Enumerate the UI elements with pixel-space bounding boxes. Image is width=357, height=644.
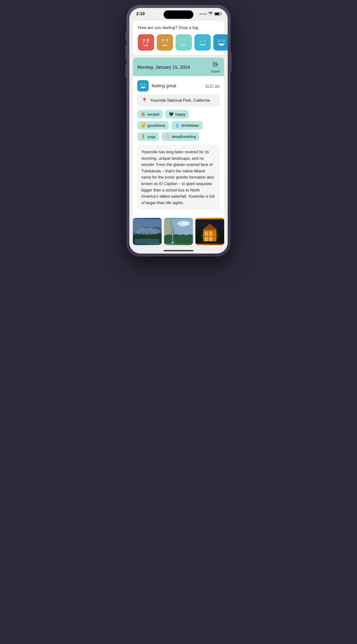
mood-selector-card: How are you feeling? Drop a log. <box>133 21 224 55</box>
svg-point-33 <box>141 84 142 85</box>
status-time: 2:10 <box>136 12 145 16</box>
svg-point-13 <box>181 41 182 42</box>
location-box: 📍 Yosemite National Park, California <box>137 94 220 106</box>
signal-dots <box>200 14 207 15</box>
svg-rect-21 <box>215 36 227 48</box>
volume-down-button[interactable] <box>125 63 126 78</box>
location-pin-icon: 📍 <box>141 98 147 104</box>
wifi-icon <box>208 12 213 16</box>
terrible-face-icon <box>140 36 152 48</box>
tag-deepbreathing-label: deepBreathing <box>172 134 196 139</box>
svg-point-34 <box>144 84 145 85</box>
power-button[interactable] <box>231 52 232 72</box>
svg-point-38 <box>171 242 175 243</box>
photo-1[interactable] <box>133 218 162 245</box>
volume-up-button[interactable] <box>125 45 126 60</box>
battery-icon <box>214 12 221 16</box>
svg-point-8 <box>162 41 163 42</box>
svg-point-20 <box>204 40 205 42</box>
location-text: Yosemite National Park, California <box>150 98 210 103</box>
signal-dot-2 <box>202 14 203 15</box>
svg-point-19 <box>200 40 201 42</box>
svg-point-14 <box>185 41 186 42</box>
tag-drinkwater-label: drinkWater <box>181 123 199 128</box>
export-button[interactable]: Export <box>211 62 220 73</box>
log-mood-row: feeling great <box>137 80 176 92</box>
yoga-icon: 🧘 <box>141 134 146 139</box>
svg-point-47 <box>201 230 218 242</box>
phone-frame: 2:10 <box>126 5 231 256</box>
goodsleep-icon: 😴 <box>141 123 146 128</box>
svg-rect-10 <box>178 36 190 48</box>
home-indicator[interactable] <box>164 250 193 251</box>
svg-point-4 <box>147 41 148 42</box>
photos-row <box>133 218 224 245</box>
svg-rect-16 <box>197 36 209 48</box>
tag-deepbreathing: 🫁 deepBreathing <box>162 132 200 141</box>
svg-rect-5 <box>159 36 171 48</box>
svg-point-40 <box>182 221 190 226</box>
log-mood-label: feeling great <box>152 83 176 88</box>
mute-button[interactable] <box>125 32 126 41</box>
mood-button-bad[interactable] <box>157 34 173 50</box>
phone-screen: 2:10 <box>129 8 228 254</box>
bad-face-icon <box>159 36 171 48</box>
svg-point-3 <box>144 41 145 42</box>
photo-2[interactable] <box>164 218 193 245</box>
signal-dot-4 <box>206 14 207 15</box>
photo-3[interactable] <box>195 218 224 245</box>
export-label: Export <box>211 70 220 73</box>
tag-excited: 🎉 excited <box>137 110 163 118</box>
mood-button-terrible[interactable] <box>138 34 154 50</box>
tag-drinkwater: 💧 drinkWater <box>171 121 203 130</box>
excited-icon: 🎉 <box>141 112 146 116</box>
log-mood-icon <box>137 80 149 92</box>
mood-button-neutral[interactable] <box>176 34 192 50</box>
drinkwater-icon: 💧 <box>175 123 180 128</box>
status-bar: 2:10 <box>129 8 228 18</box>
svg-point-24 <box>219 40 220 42</box>
happy-icon: 🖤 <box>169 112 174 116</box>
tag-happy-label: happy <box>176 112 186 116</box>
signal-dot-3 <box>204 14 205 15</box>
log-entry: feeling great 02:07 am 📍 Yosemite Nation… <box>133 76 224 218</box>
svg-point-25 <box>223 40 224 42</box>
neutral-face-icon <box>178 36 190 48</box>
status-icons <box>200 12 221 16</box>
journal-header: Monday, January 15, 2024 Export <box>133 58 224 76</box>
cabin-photo-3 <box>195 218 224 245</box>
dynamic-island <box>164 10 193 19</box>
journal-date: Monday, January 15, 2024 <box>137 65 190 70</box>
tag-happy: 🖤 happy <box>165 110 189 118</box>
journal-text: Yosemite has long been revered for its s… <box>141 149 216 206</box>
svg-rect-30 <box>139 81 147 90</box>
log-time: 02:07 am <box>205 84 220 88</box>
mood-button-great[interactable] <box>213 34 228 50</box>
yosemite-photo-1 <box>133 218 162 245</box>
journal-text-box: Yosemite has long been revered for its s… <box>137 145 220 210</box>
log-entry-header: feeling great 02:07 am <box>137 80 220 92</box>
tag-goodsleep-label: goodSleep <box>147 123 165 128</box>
battery-fill <box>215 13 219 15</box>
good-face-icon <box>197 36 209 48</box>
great-face-icon <box>215 36 227 48</box>
svg-rect-0 <box>140 36 152 48</box>
deepbreathing-icon: 🫁 <box>165 134 170 139</box>
tag-yoga: 🧘 yoga <box>137 132 159 141</box>
mood-question: How are you feeling? Drop a log. <box>138 25 219 30</box>
log-great-face-icon <box>139 81 147 90</box>
signal-dot-1 <box>200 14 201 15</box>
app-content: How are you feeling? Drop a log. <box>129 18 228 248</box>
svg-point-9 <box>166 41 167 42</box>
tags-container: 🎉 excited 🖤 happy 😴 goodSleep 💧 drinkWat… <box>137 110 220 141</box>
yosemite-photo-2 <box>164 218 193 245</box>
tag-goodsleep: 😴 goodSleep <box>137 121 169 130</box>
mood-emojis-row <box>138 34 219 50</box>
export-icon <box>212 62 218 69</box>
tag-excited-label: excited <box>147 112 159 116</box>
mood-button-good[interactable] <box>194 34 211 50</box>
home-indicator-bar <box>129 248 228 254</box>
svg-point-36 <box>134 228 160 235</box>
tag-yoga-label: yoga <box>147 134 156 139</box>
